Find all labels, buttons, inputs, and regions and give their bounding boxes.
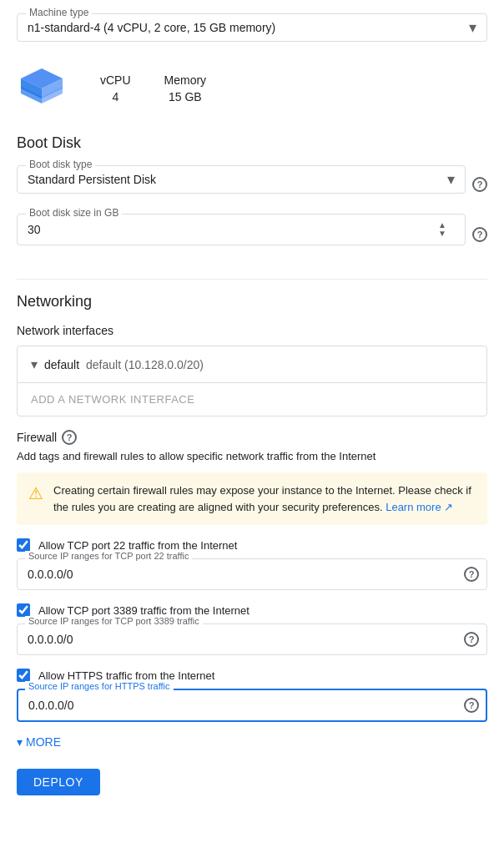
machine-icon	[17, 62, 67, 114]
interface-name: default	[44, 358, 79, 371]
tcp-22-checkbox[interactable]	[17, 538, 30, 552]
tcp-22-ip-label: Source IP ranges for TCP port 22 traffic	[25, 551, 192, 561]
network-interfaces-box: ▾ default default (10.128.0.0/20) ADD A …	[17, 346, 487, 416]
network-interfaces-label: Network interfaces	[17, 324, 487, 337]
firewall-section: Firewall ? Add tags and firewall rules t…	[17, 430, 487, 722]
https-ip-label: Source IP ranges for HTTPS traffic	[25, 681, 174, 691]
memory-label: Memory	[164, 73, 207, 87]
boot-disk-type-dropdown[interactable]: Boot disk type Standard Persistent Disk …	[17, 165, 466, 194]
boot-disk-type-dropdown-icon: ▾	[447, 170, 455, 189]
vcpu-value: 4	[100, 90, 131, 103]
boot-disk-size-value: 30	[28, 223, 61, 236]
external-link-icon: ↗	[441, 501, 454, 513]
networking-title: Networking	[17, 293, 487, 310]
more-label: MORE	[26, 735, 61, 749]
machine-type-value: n1-standard-4 (4 vCPU, 2 core, 15 GB mem…	[28, 21, 476, 34]
tcp-22-help-icon[interactable]: ?	[464, 567, 479, 582]
machine-specs-row: vCPU 4 Memory 15 GB	[17, 62, 487, 114]
machine-type-field-wrapper: Machine type n1-standard-4 (4 vCPU, 2 co…	[17, 13, 487, 52]
vcpu-spec: vCPU 4	[100, 73, 131, 103]
more-chevron-icon: ▾	[17, 735, 23, 749]
vcpu-label: vCPU	[100, 73, 131, 87]
https-ip-input[interactable]	[17, 689, 487, 722]
learn-more-link[interactable]: Learn more ↗	[386, 501, 453, 513]
interface-sub: default (10.128.0.0/20)	[86, 358, 204, 371]
machine-type-dropdown-icon: ▾	[469, 18, 476, 37]
firewall-title: Firewall	[17, 431, 57, 444]
https-help-icon[interactable]: ?	[464, 698, 479, 713]
tcp-3389-checkbox-row: Allow TCP port 3389 traffic from the Int…	[17, 603, 487, 617]
divider-1	[17, 279, 487, 280]
tcp-3389-label: Allow TCP port 3389 traffic from the Int…	[38, 604, 249, 617]
machine-type-label: Machine type	[26, 7, 92, 18]
network-interface-row[interactable]: ▾ default default (10.128.0.0/20)	[18, 346, 486, 383]
add-network-interface-button[interactable]: ADD A NETWORK INTERFACE	[18, 383, 486, 416]
firewall-warning-text: Creating certain firewall rules may expo…	[53, 482, 476, 515]
https-checkbox-row: Allow HTTPS traffic from the Internet	[17, 669, 487, 682]
boot-disk-type-help-icon[interactable]: ?	[472, 177, 487, 192]
tcp-3389-help-icon[interactable]: ?	[464, 632, 479, 647]
interface-chevron-icon: ▾	[31, 356, 38, 372]
tcp-3389-checkbox[interactable]	[17, 603, 30, 617]
boot-disk-section: Boot Disk Boot disk type Standard Persis…	[17, 134, 487, 255]
boot-disk-size-spinner[interactable]: ▲ ▼	[436, 221, 448, 238]
tcp-3389-ip-input[interactable]	[17, 623, 487, 655]
tcp-22-checkbox-row: Allow TCP port 22 traffic from the Inter…	[17, 538, 487, 552]
https-checkbox[interactable]	[17, 669, 30, 682]
https-label: Allow HTTPS traffic from the Internet	[38, 669, 214, 682]
networking-section: Networking Network interfaces ▾ default …	[17, 293, 487, 416]
boot-disk-type-label: Boot disk type	[26, 159, 95, 170]
warning-triangle-icon: ⚠	[28, 483, 43, 503]
memory-value: 15 GB	[164, 90, 207, 103]
tcp-22-ip-input[interactable]	[17, 558, 487, 590]
boot-disk-size-wrapper: Boot disk size in GB 30 ▲ ▼ ?	[17, 214, 487, 255]
boot-disk-size-field: Boot disk size in GB 30 ▲ ▼	[17, 214, 466, 245]
firewall-warning-box: ⚠ Creating certain firewall rules may ex…	[17, 472, 487, 525]
deploy-button[interactable]: DEPLOY	[17, 769, 100, 795]
firewall-subtitle: Add tags and firewall rules to allow spe…	[17, 450, 487, 462]
tcp-3389-ip-label: Source IP ranges for TCP port 3389 traff…	[25, 616, 203, 626]
machine-type-dropdown[interactable]: Machine type n1-standard-4 (4 vCPU, 2 co…	[17, 13, 487, 42]
boot-disk-title: Boot Disk	[17, 134, 487, 152]
boot-disk-size-label: Boot disk size in GB	[26, 207, 122, 219]
boot-disk-type-wrapper: Boot disk type Standard Persistent Disk …	[17, 165, 487, 204]
spin-down-button[interactable]: ▼	[436, 230, 448, 238]
add-network-label: ADD A NETWORK INTERFACE	[31, 393, 194, 406]
firewall-help-icon[interactable]: ?	[62, 430, 77, 445]
boot-disk-size-help-icon[interactable]: ?	[472, 227, 487, 242]
tcp-3389-ip-wrapper: Source IP ranges for TCP port 3389 traff…	[17, 623, 487, 655]
memory-spec: Memory 15 GB	[164, 73, 207, 103]
boot-disk-type-value: Standard Persistent Disk	[28, 173, 455, 186]
tcp-22-ip-wrapper: Source IP ranges for TCP port 22 traffic…	[17, 558, 487, 590]
more-row[interactable]: ▾ MORE	[17, 735, 487, 749]
https-ip-wrapper: Source IP ranges for HTTPS traffic ?	[17, 689, 487, 722]
machine-type-section: Machine type n1-standard-4 (4 vCPU, 2 co…	[17, 13, 487, 114]
firewall-header: Firewall ?	[17, 430, 487, 445]
tcp-22-label: Allow TCP port 22 traffic from the Inter…	[38, 539, 237, 552]
